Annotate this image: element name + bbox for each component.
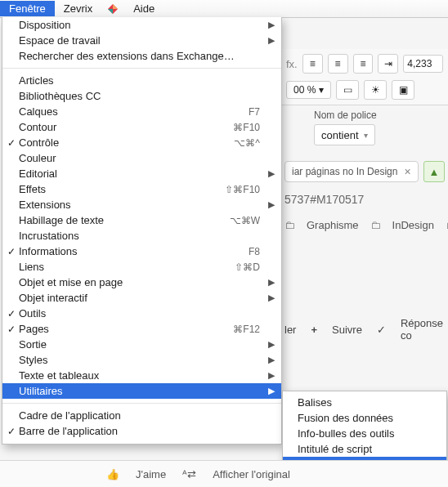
menu-item[interactable]: Styles▶ xyxy=(2,352,281,368)
menu-item-shortcut: ⇧⌘D xyxy=(228,261,260,273)
menu-item[interactable]: Rechercher des extensions dans Exchange… xyxy=(2,48,281,64)
menu-item-label: Calques xyxy=(17,105,242,118)
menu-item-label: Sortie xyxy=(17,338,253,351)
bottom-bar: 👍 J'aime ᴬ⇄ Afficher l'original xyxy=(0,460,448,487)
menu-item-label: Couleur xyxy=(17,152,253,164)
follow-button[interactable]: Suivre xyxy=(332,324,362,336)
menu-item[interactable]: Utilitaires▶ xyxy=(2,383,281,399)
menu-item-shortcut: ⌥⌘^ xyxy=(227,137,260,149)
menu-item[interactable]: Editorial▶ xyxy=(2,166,281,181)
toolbar-view: 00 %▾ ▭ ☀ ▣ xyxy=(281,75,448,105)
menu-item[interactable]: Liens⇧⌘D xyxy=(2,259,281,275)
menu-item[interactable]: ✓Pages⌘F12 xyxy=(2,321,281,337)
submenu-item-label: Fusion des données xyxy=(298,412,440,424)
post-actions: ler + Suivre ✓ Réponse co xyxy=(284,317,448,342)
correct-answer-label: Réponse co xyxy=(401,317,448,342)
align-center-button[interactable]: ≡ xyxy=(328,54,348,74)
submenu-arrow-icon: ▶ xyxy=(260,293,275,303)
check-icon: ✓ xyxy=(6,246,17,257)
crumb-graphisme[interactable]: Graphisme xyxy=(307,219,359,231)
submenu-arrow-icon: ▶ xyxy=(260,20,275,30)
menu-fenetre[interactable]: Fenêtre xyxy=(0,1,55,16)
menu-item-label: Articles xyxy=(17,74,253,87)
menu-item[interactable]: CalquesF7 xyxy=(2,104,281,119)
menu-item[interactable]: Couleur xyxy=(2,150,281,166)
svg-marker-2 xyxy=(108,9,113,14)
view-mode-button[interactable]: ▭ xyxy=(336,80,359,100)
menu-item-shortcut: ⌥⌘W xyxy=(223,215,260,226)
menu-item-label: Contour xyxy=(17,121,226,133)
menu-item[interactable]: Bibliothèques CC xyxy=(2,88,281,104)
menu-item[interactable]: ✓Barre de l'application xyxy=(2,423,281,439)
menu-item-shortcut: ⌘F10 xyxy=(226,122,260,133)
show-original-button[interactable]: Afficher l'original xyxy=(213,468,290,480)
menu-item-shortcut: ⇧⌘F10 xyxy=(218,184,260,195)
preview-button[interactable]: ▣ xyxy=(392,80,414,100)
menu-item-label: Objet et mise en page xyxy=(17,276,253,288)
document-id: 5737#M170517 xyxy=(284,193,364,206)
menu-item[interactable]: Contour⌘F10 xyxy=(2,119,281,135)
submenu-arrow-icon: ▶ xyxy=(260,277,275,288)
menu-item[interactable]: Effets⇧⌘F10 xyxy=(2,181,281,197)
menu-item[interactable]: Objet interactif▶ xyxy=(2,290,281,306)
check-icon: ✓ xyxy=(6,308,17,319)
menu-item[interactable]: ✓InformationsF8 xyxy=(2,244,281,259)
like-button[interactable]: J'aime xyxy=(136,468,166,480)
submenu-item[interactable]: Fusion des données xyxy=(283,410,446,426)
align-right-button[interactable]: ≡ xyxy=(353,54,374,74)
menu-item-label: Utilitaires xyxy=(17,385,253,397)
submenu-item[interactable]: Info-bulles des outils xyxy=(283,426,446,441)
scroll-up-button[interactable]: ▲ xyxy=(423,161,445,182)
font-filter-mode[interactable]: contient▾ xyxy=(314,124,375,145)
check-icon: ✓ xyxy=(6,137,17,149)
column-icon[interactable]: ⇥ xyxy=(378,54,398,74)
menu-item-label: Pages xyxy=(17,323,226,335)
menu-item-label: Outils xyxy=(17,307,253,319)
thumbs-up-icon[interactable]: 👍 xyxy=(106,468,119,480)
folder-icon: 🗀 xyxy=(284,219,295,231)
menu-item[interactable]: Texte et tableaux▶ xyxy=(2,368,281,383)
close-icon[interactable]: × xyxy=(404,165,410,178)
menu-item-label: Styles xyxy=(17,354,253,366)
menu-item[interactable]: Incrustations xyxy=(2,228,281,244)
brightness-button[interactable]: ☀ xyxy=(364,80,387,100)
fenetre-dropdown: Disposition▶Espace de travail▶Rechercher… xyxy=(2,17,282,445)
check-icon: ✓ xyxy=(377,324,386,336)
menu-item[interactable]: Cadre de l'application xyxy=(2,408,281,423)
width-field[interactable]: 4,233 xyxy=(403,55,443,73)
menu-item-label: Disposition xyxy=(17,19,253,31)
submenu-arrow-icon: ▶ xyxy=(260,339,275,350)
submenu-arrow-icon: ▶ xyxy=(260,370,275,381)
menu-item[interactable]: Disposition▶ xyxy=(2,17,281,33)
menu-item[interactable]: Espace de travail▶ xyxy=(2,33,281,48)
svg-marker-1 xyxy=(113,4,118,9)
menu-item[interactable]: Sortie▶ xyxy=(2,337,281,352)
align-left-button[interactable]: ≡ xyxy=(302,54,323,74)
menu-item-label: Liens xyxy=(17,261,228,273)
submenu-arrow-icon: ▶ xyxy=(260,35,275,46)
zoom-field[interactable]: 00 %▾ xyxy=(286,81,331,99)
menu-item-shortcut: ⌘F12 xyxy=(226,324,260,335)
menu-item[interactable]: Articles xyxy=(2,73,281,88)
document-tab[interactable]: iar páginas no In Design × xyxy=(284,161,419,182)
font-name-label: Nom de police xyxy=(314,109,377,121)
menu-aide[interactable]: Aide xyxy=(124,1,164,16)
submenu-item-label: Info-bulles des outils xyxy=(298,427,440,440)
menu-separator xyxy=(2,403,281,404)
menu-item[interactable]: ✓Outils xyxy=(2,306,281,321)
submenu-arrow-icon: ▶ xyxy=(260,168,275,179)
menu-zevrix[interactable]: Zevrix xyxy=(55,1,101,16)
menu-item-label: Effets xyxy=(17,183,218,195)
menu-item-label: Editorial xyxy=(17,168,253,180)
fx-label: fx. xyxy=(286,58,298,70)
submenu-item[interactable]: Balises xyxy=(283,395,446,410)
menu-item[interactable]: Habillage de texte⌥⌘W xyxy=(2,212,281,228)
menu-item[interactable]: ✓Contrôle⌥⌘^ xyxy=(2,135,281,150)
menu-item-label: Cadre de l'application xyxy=(17,409,253,422)
menu-item[interactable]: Objet et mise en page▶ xyxy=(2,275,281,290)
crumb-indesign[interactable]: InDesign xyxy=(392,219,434,231)
submenu-item[interactable]: Intitulé de script xyxy=(283,441,446,457)
submenu-arrow-icon: ▶ xyxy=(260,355,275,365)
menu-item-label: Rechercher des extensions dans Exchange… xyxy=(17,50,253,62)
menu-item[interactable]: Extensions▶ xyxy=(2,197,281,212)
